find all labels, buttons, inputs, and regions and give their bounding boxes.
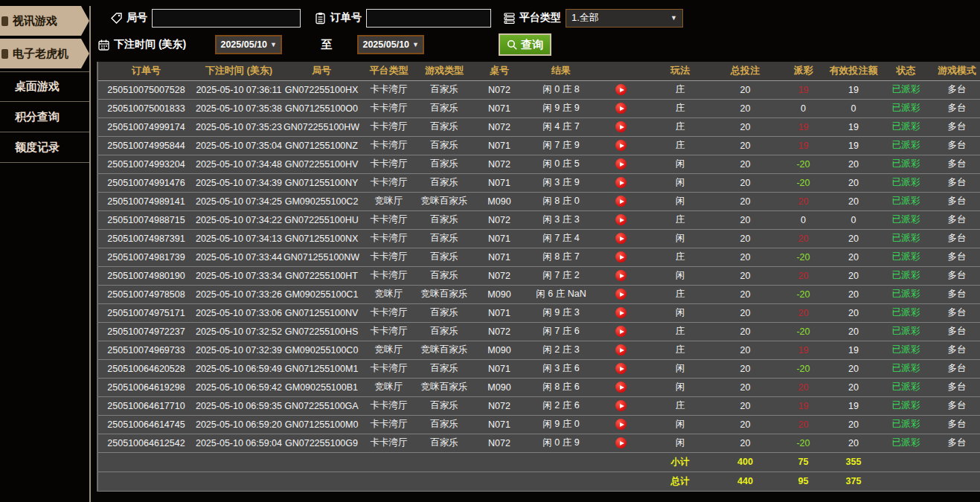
cell-replay	[594, 155, 648, 173]
cell-replay	[594, 80, 648, 99]
cell-game-mode: 多台	[933, 322, 980, 341]
cell-game-type: 竞咪百家乐	[418, 378, 470, 396]
table-body: 250510075007528 2025-05-10 07:36:11 GN07…	[97, 80, 980, 452]
table-row: 250510074978508 2025-05-10 07:33:26 GM09…	[97, 285, 980, 303]
cell-platform-type: 卡卡湾厅	[359, 248, 418, 266]
table-row: 250510074975171 2025-05-10 07:33:06 GN07…	[97, 303, 980, 322]
cell-bet-time: 2025-05-10 07:33:34	[194, 266, 284, 285]
platform-list-icon	[503, 12, 516, 25]
replay-play-icon[interactable]	[615, 307, 627, 318]
table-row: 250510064620528 2025-05-10 06:59:49 GN07…	[97, 359, 980, 378]
cell-game-type: 百家乐	[418, 118, 470, 136]
replay-play-icon[interactable]	[615, 84, 627, 95]
replay-play-icon[interactable]	[615, 196, 627, 207]
col-valid-bet: 有效投注额	[828, 62, 879, 80]
platform-type-select[interactable]: 1.全部 ▼	[566, 9, 683, 28]
replay-play-icon[interactable]	[615, 121, 627, 132]
cell-game-mode: 多台	[933, 173, 980, 192]
cell-total-bet: 20	[712, 118, 778, 136]
cell-round-no: GN071255100NY	[284, 173, 359, 192]
replay-play-icon[interactable]	[615, 214, 627, 225]
cell-game-type: 百家乐	[418, 136, 470, 155]
sidebar-item-table-games[interactable]: 桌面游戏	[0, 71, 89, 102]
replay-play-icon[interactable]	[615, 233, 627, 244]
cell-total-bet: 20	[712, 396, 778, 415]
cell-platform-type: 竞咪厅	[359, 192, 418, 210]
cell-result: 闲 2 庄 3	[528, 341, 594, 359]
cell-order-no: 250510074969733	[97, 341, 194, 359]
order-no-input[interactable]	[366, 9, 491, 28]
replay-play-icon[interactable]	[615, 140, 627, 151]
cell-play-type: 闲	[648, 229, 712, 248]
date-to-select[interactable]: 2025/05/10 ▼	[357, 35, 424, 54]
cell-replay	[594, 396, 648, 415]
cell-result: 闲 3 庄 3	[528, 210, 594, 229]
grandtotal-total-bet: 440	[712, 472, 778, 491]
replay-play-icon[interactable]	[615, 289, 627, 300]
replay-play-icon[interactable]	[615, 177, 627, 188]
col-table-no: 桌号	[470, 62, 528, 80]
cell-status: 已派彩	[879, 359, 933, 378]
cell-result: 闲 6 庄 NaN	[528, 285, 594, 303]
replay-play-icon[interactable]	[615, 382, 627, 393]
cell-table-no: N072	[470, 266, 528, 285]
cell-total-bet: 20	[712, 322, 778, 341]
cell-valid-bet: 20	[828, 322, 879, 341]
cell-status: 已派彩	[879, 99, 933, 118]
cell-valid-bet: 19	[828, 341, 879, 359]
replay-play-icon[interactable]	[615, 103, 627, 114]
cell-game-mode: 多台	[933, 285, 980, 303]
cell-order-no: 250510064612542	[97, 434, 194, 452]
cell-payout: 0	[778, 99, 828, 118]
replay-play-icon[interactable]	[615, 419, 627, 430]
cell-platform-type: 卡卡湾厅	[359, 99, 418, 118]
search-button[interactable]: 查询	[499, 33, 551, 56]
main-content: 局号 订单号 平台类型	[91, 6, 980, 502]
video-game-icon	[1, 16, 8, 26]
slot-machine-icon	[1, 49, 8, 59]
cell-status: 已派彩	[879, 248, 933, 266]
sidebar-item-video-games[interactable]: 视讯游戏	[0, 6, 89, 36]
cell-total-bet: 20	[712, 210, 778, 229]
cell-result: 闲 3 庄 6	[528, 359, 594, 378]
cell-game-type: 百家乐	[418, 80, 470, 99]
grandtotal-row: 总计 440 95 375	[97, 472, 980, 491]
sidebar-item-points-query[interactable]: 积分查询	[0, 102, 89, 132]
cell-bet-time: 2025-05-10 07:34:39	[194, 173, 284, 192]
cell-order-no: 250510074993204	[97, 155, 194, 173]
cell-platform-type: 卡卡湾厅	[359, 359, 418, 378]
date-from-select[interactable]: 2025/05/10 ▼	[215, 35, 282, 54]
cell-status: 已派彩	[879, 136, 933, 155]
table-row: 250510074993204 2025-05-10 07:34:48 GN07…	[97, 155, 980, 173]
cell-table-no: N072	[470, 118, 528, 136]
cell-game-type: 竞咪百家乐	[418, 341, 470, 359]
sidebar-item-slots[interactable]: 电子老虎机	[0, 39, 89, 68]
replay-play-icon[interactable]	[615, 400, 627, 411]
replay-play-icon[interactable]	[615, 326, 627, 337]
replay-play-icon[interactable]	[615, 270, 627, 281]
chevron-down-icon: ▼	[270, 41, 277, 48]
replay-play-icon[interactable]	[615, 363, 627, 374]
table-row: 250510075001833 2025-05-10 07:35:38 GN07…	[97, 99, 980, 118]
cell-result: 闲 9 庄 9	[528, 99, 594, 118]
cell-play-type: 庄	[648, 341, 712, 359]
round-no-input[interactable]	[152, 9, 301, 28]
cell-total-bet: 20	[712, 136, 778, 155]
cell-platform-type: 卡卡湾厅	[359, 303, 418, 322]
replay-play-icon[interactable]	[615, 158, 627, 170]
table-row: 250510074989141 2025-05-10 07:34:25 GM09…	[97, 192, 980, 210]
cell-bet-time: 2025-05-10 06:59:04	[194, 434, 284, 452]
cell-payout: -20	[778, 322, 828, 341]
cell-status: 已派彩	[879, 378, 933, 396]
replay-play-icon[interactable]	[615, 344, 627, 355]
cell-status: 已派彩	[879, 415, 933, 434]
replay-play-icon[interactable]	[615, 251, 627, 263]
bet-records-table: 订单号 下注时间 (美东) 局号 平台类型 游戏类型 桌号 结果 玩法 总投注 …	[97, 62, 980, 492]
replay-play-icon[interactable]	[615, 437, 627, 448]
cell-status: 已派彩	[879, 341, 933, 359]
sidebar-item-credit-records[interactable]: 额度记录	[0, 132, 89, 163]
cell-play-type: 闲	[648, 303, 712, 322]
sidebar: 视讯游戏 电子老虎机 桌面游戏 积分查询 额度记录	[0, 6, 91, 502]
bet-time-label: 下注时间 (美东)	[114, 38, 186, 51]
cell-valid-bet: 19	[828, 80, 879, 99]
